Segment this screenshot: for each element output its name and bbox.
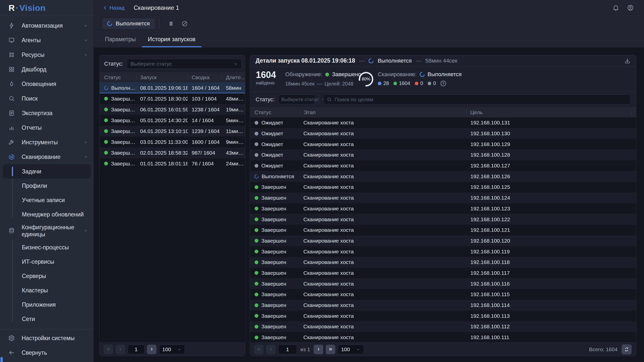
download-icon[interactable] xyxy=(624,58,631,64)
refresh-button[interactable] xyxy=(622,344,632,354)
sidebar-item-tasks[interactable]: Задачи xyxy=(3,164,91,178)
sidebar-item-reports[interactable]: Отчеты xyxy=(0,120,94,135)
targets-status-filter-select[interactable]: Выберите статус xyxy=(278,95,315,104)
column-header-status[interactable]: Статус xyxy=(250,108,300,117)
target-row[interactable]: ОжидаетСканирование хоста192.168.100.127 xyxy=(250,160,636,171)
sidebar-item-system-settings[interactable]: Настройки системы xyxy=(0,331,94,345)
target-row[interactable]: ЗавершенСканирование хоста192.168.100.12… xyxy=(250,182,636,193)
sidebar-item-label: Кластеры xyxy=(22,287,48,294)
target-row[interactable]: ОжидаетСканирование хоста192.168.100.131 xyxy=(250,117,636,128)
sidebar-item-it-services[interactable]: ИТ-сервисы xyxy=(3,254,91,269)
sidebar-item-business-processes[interactable]: Бизнес-процессы xyxy=(3,240,91,254)
column-header-stage[interactable]: Этап xyxy=(300,108,466,117)
sidebar-item-config-units[interactable]: Конфигурационные единицы xyxy=(0,221,94,240)
sidebar-item-resources[interactable]: Ресурсы xyxy=(0,48,94,62)
target-row[interactable]: ЗавершенСканирование хоста192.168.100.11… xyxy=(250,321,636,332)
bell-icon[interactable] xyxy=(612,4,619,11)
target-row[interactable]: ОжидаетСканирование хоста192.168.100.129 xyxy=(250,139,636,150)
logo-dot: · xyxy=(16,3,19,13)
target-row[interactable]: ЗавершенСканирование хоста192.168.100.12… xyxy=(250,203,636,214)
sidebar-item-tools[interactable]: Инструменты xyxy=(0,135,94,150)
first-page-button[interactable]: « xyxy=(104,345,113,354)
sidebar-item-applications[interactable]: Приложения xyxy=(3,297,91,312)
tab-run-history[interactable]: История запусков xyxy=(142,31,202,47)
target-row[interactable]: ЗавершенСканирование хоста192.168.100.12… xyxy=(250,225,636,236)
done-status-dot xyxy=(255,260,258,264)
next-page-button[interactable]: › xyxy=(147,345,156,354)
target-row[interactable]: ЗавершенСканирование хоста192.168.100.11… xyxy=(250,257,636,268)
column-header-duration[interactable]: Длите… xyxy=(222,73,245,82)
target-row[interactable]: ЗавершенСканирование хоста192.168.100.11… xyxy=(250,278,636,289)
sidebar-item-expertise[interactable]: Экспертиза xyxy=(0,106,94,120)
back-button[interactable]: Назад xyxy=(103,5,125,11)
sidebar-item-clusters[interactable]: Кластеры xyxy=(3,283,91,297)
help-icon[interactable]: ? xyxy=(440,81,446,86)
target-search-input[interactable] xyxy=(335,97,627,103)
target-row[interactable]: ЗавершенСканирование хоста192.168.100.11… xyxy=(250,246,636,257)
target-status-text: Завершен xyxy=(261,259,286,265)
run-duration: 24ми… xyxy=(222,158,245,169)
column-header-run[interactable]: Запуск xyxy=(136,73,188,82)
page-number-input[interactable] xyxy=(278,345,297,354)
target-status-text: Ожидает xyxy=(261,163,283,169)
run-row[interactable]: Заверш…03.01.2025 11:33:001600 / 16049ми… xyxy=(100,137,245,147)
tab-parameters[interactable]: Параметры xyxy=(99,31,142,47)
pause-icon xyxy=(168,20,174,27)
sidebar-item-update-manager[interactable]: Менеджер обновлений xyxy=(3,207,91,221)
sidebar-item-profiles[interactable]: Профили xyxy=(3,178,91,193)
target-row[interactable]: ЗавершенСканирование хоста192.168.100.12… xyxy=(250,193,636,203)
sidebar-item-automation[interactable]: Автоматизация xyxy=(0,18,94,33)
target-row[interactable]: ЗавершенСканирование хоста192.168.100.11… xyxy=(250,310,636,321)
top-header: Назад Сканирование 1 xyxy=(94,0,644,16)
page-number-input[interactable] xyxy=(128,345,144,354)
sidebar-item-agents[interactable]: Агенты xyxy=(0,33,94,48)
target-row[interactable]: ЗавершенСканирование хоста192.168.100.12… xyxy=(250,214,636,225)
run-row[interactable]: Заверш…01.01.2025 18:01:1876 / 160424ми… xyxy=(100,158,245,169)
target-row[interactable]: ЗавершенСканирование хоста192.168.100.11… xyxy=(250,332,636,342)
sidebar-item-alerts[interactable]: Оповещения xyxy=(0,77,94,91)
sidebar-item-networks[interactable]: Сети xyxy=(3,312,91,326)
next-page-button[interactable]: › xyxy=(314,345,323,354)
prev-page-button[interactable]: ‹ xyxy=(116,345,125,354)
column-header-target[interactable]: Цель xyxy=(466,108,631,117)
target-address: 192.168.100.130 xyxy=(466,128,631,139)
cancel-run-button[interactable] xyxy=(179,18,190,29)
filter-divider xyxy=(319,95,319,105)
done-status-dot xyxy=(255,325,258,329)
page-size-select[interactable]: 100 xyxy=(338,345,364,354)
run-row[interactable]: Заверш…04.01.2025 13:10:101239 / 160411м… xyxy=(100,126,245,137)
sidebar-item-dashboard[interactable]: Дашборд xyxy=(0,62,94,77)
target-status-text: Завершен xyxy=(261,281,286,287)
sidebar-scrollbar-thumb[interactable] xyxy=(1,357,3,362)
prev-page-button[interactable]: ‹ xyxy=(266,345,276,354)
run-row[interactable]: Заверш…06.01.2025 16:01:591238 / 160419м… xyxy=(100,104,245,115)
run-row[interactable]: Заверш…02.01.2025 18:58:32987/ 160443ми… xyxy=(100,147,245,158)
target-row[interactable]: ЗавершенСканирование хоста192.168.100.11… xyxy=(250,300,636,311)
sidebar-item-search[interactable]: Поиск xyxy=(0,91,94,106)
target-stage: Сканирование хоста xyxy=(300,182,466,193)
pause-run-button[interactable] xyxy=(166,18,177,29)
last-page-button[interactable]: » xyxy=(326,345,335,354)
targets-table-body: ОжидаетСканирование хоста192.168.100.131… xyxy=(250,117,636,342)
running-spinner-icon xyxy=(418,71,425,78)
run-row[interactable]: Заверш…07.01.2025 18:30:02103 / 160448ми… xyxy=(100,93,245,104)
run-row[interactable]: Выполн…08.01.2025 19:06:181604 / 160458м… xyxy=(100,82,245,93)
sidebar-item-accounts[interactable]: Учетные записи xyxy=(3,193,91,207)
user-icon[interactable] xyxy=(627,4,634,11)
first-page-button[interactable]: « xyxy=(254,345,264,354)
target-row[interactable]: ВыполняетсяСканирование хоста192.168.100… xyxy=(250,171,636,182)
page-size-select[interactable]: 100 xyxy=(159,345,185,354)
runs-status-filter-select[interactable]: Выберите статус xyxy=(127,59,242,69)
target-address: 192.168.100.120 xyxy=(466,236,631,246)
target-row[interactable]: ЗавершенСканирование хоста192.168.100.11… xyxy=(250,268,636,279)
run-row[interactable]: Заверш…05.01.2025 14:30:2014 / 16045мин… xyxy=(100,115,245,126)
target-row[interactable]: ОжидаетСканирование хоста192.168.100.128 xyxy=(250,150,636,160)
sidebar-item-collapse[interactable]: Свернуть xyxy=(0,345,94,360)
target-row[interactable]: ОжидаетСканирование хоста192.168.100.130 xyxy=(250,128,636,139)
target-row[interactable]: ЗавершенСканирование хоста192.168.100.12… xyxy=(250,236,636,246)
column-header-summary[interactable]: Сводка xyxy=(188,73,222,82)
sidebar-item-servers[interactable]: Серверы xyxy=(3,269,91,283)
sidebar-item-scanning[interactable]: Сканирование xyxy=(0,150,94,164)
column-header-status[interactable]: Статус xyxy=(100,73,136,82)
target-row[interactable]: ЗавершенСканирование хоста192.168.100.11… xyxy=(250,289,636,300)
